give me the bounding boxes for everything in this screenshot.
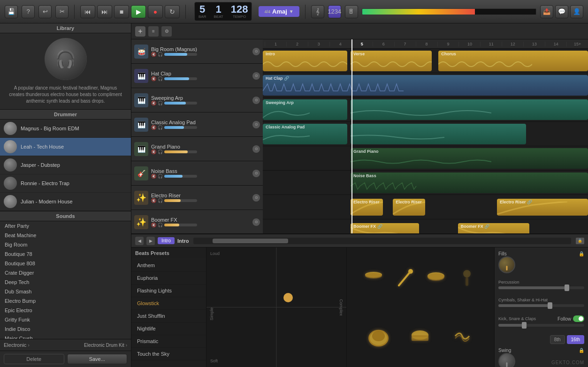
track-vol-btn-bigroom[interactable]: ⊙ (252, 48, 260, 55)
kick-bar[interactable] (498, 324, 584, 327)
clip-verse[interactable]: Verse (351, 51, 432, 71)
track-row-noisebass[interactable]: 🎸 Noise Bass 🔇 🎧 ⊙ (131, 161, 263, 186)
play-button[interactable]: ▶ (131, 5, 146, 18)
drum-snare[interactable] (409, 324, 432, 348)
panel-scroll-area[interactable] (193, 238, 571, 244)
sound-item-grittyfunk[interactable]: Gritty Funk (0, 315, 131, 324)
track-view-button[interactable]: ≡ (148, 26, 159, 37)
drummer-item-magnus[interactable]: Magnus - Big Room EDM (0, 120, 131, 138)
sound-item-boutique808[interactable]: Boutique 808 (0, 259, 131, 268)
preset-item-euphoria[interactable]: Euphoria (131, 272, 206, 285)
clip-grandpiano[interactable]: Grand Piano (351, 148, 588, 169)
drummer-item-julian[interactable]: Julian - Modern House (0, 193, 131, 211)
rewind-button[interactable]: ⏮ (80, 5, 95, 18)
clip-hatclap[interactable]: Hat Clap 🔗 (263, 75, 588, 96)
drum-stick[interactable] (393, 267, 417, 290)
percussion-bar[interactable] (498, 286, 584, 289)
preset-item-flashinglights[interactable]: Flashing Lights (131, 285, 206, 297)
drum-cymbal[interactable] (424, 267, 448, 290)
track-row-boomerfx[interactable]: ✨ Boomer FX 🔇 🎧 ⊙ (131, 210, 263, 233)
track-options-button[interactable]: ⚙ (161, 26, 172, 37)
note-16th-button[interactable]: 16th (567, 335, 584, 344)
headphone-icon-8[interactable]: 🎧 (158, 223, 163, 227)
drum-bass[interactable] (367, 324, 390, 348)
sound-item-dubsmash[interactable]: Dub Smash (0, 287, 131, 296)
mute-icon-2[interactable]: 🔇 (151, 76, 156, 81)
sound-item-epicelectro[interactable]: Epic Electro (0, 306, 131, 315)
track-vol-btn-boomerfx[interactable]: ⊙ (252, 218, 260, 226)
account-button[interactable]: 👤 (570, 5, 583, 18)
clip-boomerfx-2[interactable]: Boomer FX 🔗 (458, 223, 529, 233)
fills-lock-icon[interactable]: 🔒 (579, 251, 584, 256)
clip-intro[interactable]: Intro (263, 51, 347, 71)
timeline-row-bigroom[interactable]: Intro Verse Chorus (263, 49, 588, 73)
clip-electroriser-3[interactable]: Electro Riser 🔗 (497, 199, 588, 216)
master-button[interactable]: 🎚 (345, 5, 358, 18)
mute-icon-4[interactable]: 🔇 (151, 125, 156, 130)
add-track-button[interactable]: + (135, 26, 145, 37)
share-button[interactable]: 📤 (540, 5, 553, 18)
clip-noisebass[interactable]: Noise Bass (351, 172, 588, 193)
drummer-item-leah[interactable]: Leah - Tech House (0, 138, 131, 156)
timeline-row-boomerfx[interactable]: Boomer FX 🔗 Boomer FX 🔗 (263, 219, 588, 233)
timeline-row-classicanalogpad[interactable]: Classic Analog Pad (263, 122, 588, 146)
sound-item-majorcrush[interactable]: Major Crush (0, 334, 131, 339)
swing-lock-icon[interactable]: 🔒 (579, 348, 584, 353)
preset-item-anthem[interactable]: Anthem (131, 259, 206, 272)
cymbals-thumb[interactable] (548, 302, 552, 309)
preset-position-dot[interactable] (283, 293, 293, 302)
drum-shaker[interactable] (456, 267, 479, 290)
track-fader-electroriser[interactable] (164, 199, 197, 202)
tuner-button[interactable]: 𝄞 (311, 5, 324, 18)
sound-item-bigroom[interactable]: Big Room (0, 240, 131, 249)
clip-sweepingarp-2[interactable] (351, 99, 588, 120)
headphone-icon-7[interactable]: 🎧 (158, 198, 163, 203)
drummer-item-jasper[interactable]: Jasper - Dubstep (0, 156, 131, 174)
panel-next-button[interactable]: ▶ (146, 237, 155, 245)
track-row-sweepingarp[interactable]: 🎹 Sweeping Arp 🔇 🎧 ⊙ (131, 88, 263, 112)
sound-item-afterparty[interactable]: After Party (0, 221, 131, 231)
track-vol-btn-hatclap[interactable]: ⊙ (252, 72, 260, 80)
headphone-icon-4[interactable]: 🎧 (158, 125, 163, 130)
sounds-list[interactable]: After Party Beat Machine Big Room Boutiq… (0, 221, 131, 339)
timeline-row-sweepingarp[interactable]: Sweeping Arp (263, 97, 588, 122)
track-vol-btn-electroriser[interactable]: ⊙ (252, 194, 260, 202)
mute-icon-6[interactable]: 🔇 (151, 174, 156, 179)
timeline-row-grandpiano[interactable]: Grand Piano (263, 146, 588, 171)
track-fader-classicanalogpad[interactable] (164, 126, 197, 129)
headphone-icon-5[interactable]: 🎧 (158, 150, 163, 154)
drum-hihat[interactable] (362, 267, 385, 290)
preset-item-justshufflin[interactable]: Just Shufflin (131, 310, 206, 322)
timeline-row-electroriser[interactable]: Electro Riser Electro Riser Electro Rise… (263, 195, 588, 219)
headphone-icon-6[interactable]: 🎧 (158, 174, 163, 179)
kick-thumb[interactable] (522, 322, 527, 329)
sound-item-beatmachine[interactable]: Beat Machine (0, 231, 131, 240)
note-button[interactable]: 1234 (328, 5, 341, 18)
mute-icon-3[interactable]: 🔇 (151, 101, 156, 105)
mute-icon-7[interactable]: 🔇 (151, 198, 156, 203)
clip-electroriser-2[interactable]: Electro Riser (393, 199, 425, 216)
save-preset-button[interactable]: Save... (67, 354, 128, 364)
clip-classicanalogpad-1[interactable]: Classic Analog Pad (263, 124, 347, 144)
sound-item-deeptech[interactable]: Deep Tech (0, 277, 131, 287)
clip-sweepingarp-1[interactable]: Sweeping Arp (263, 99, 347, 120)
preset-item-prismatic[interactable]: Prismatic (131, 335, 206, 348)
panel-prev-button[interactable]: ◀ (135, 237, 144, 245)
key-display[interactable]: 4/4 Amaj ▼ (259, 6, 299, 17)
follow-toggle[interactable] (573, 315, 584, 322)
percussion-thumb[interactable] (565, 285, 569, 291)
headphone-icon-3[interactable]: 🎧 (158, 101, 163, 105)
track-fader-noisebass[interactable] (164, 175, 197, 178)
timeline-row-hatclap[interactable]: Hat Clap 🔗 (263, 73, 588, 97)
track-fader-boomerfx[interactable] (164, 224, 197, 226)
preset-item-glowstick[interactable]: Glowstick (131, 297, 206, 310)
clip-classicanalogpad-2[interactable] (351, 124, 526, 144)
mute-icon[interactable]: 🔇 (151, 52, 156, 57)
mute-icon-5[interactable]: 🔇 (151, 150, 156, 154)
track-fader-bigroom[interactable] (164, 53, 197, 56)
preset-item-nightlife[interactable]: Nightlife (131, 322, 206, 335)
save-button[interactable]: 💾 (5, 5, 18, 18)
track-fader-hatclap[interactable] (164, 77, 197, 80)
track-vol-btn-classicanalogpad[interactable]: ⊙ (252, 121, 260, 128)
chat-button[interactable]: 💬 (555, 5, 568, 18)
